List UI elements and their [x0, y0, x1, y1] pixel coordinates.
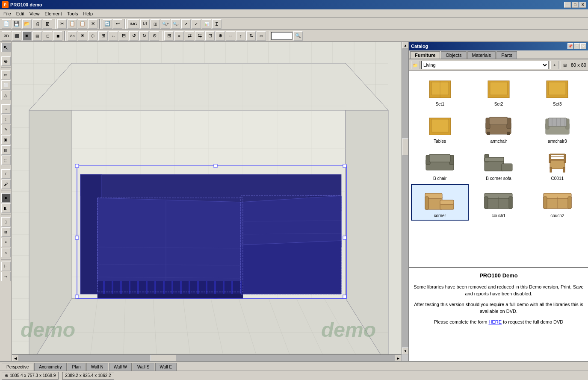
select-tool[interactable]: ↖ — [1, 43, 11, 52]
scroll-left-button[interactable]: ◀ — [12, 355, 19, 361]
cut-button[interactable]: ✂ — [57, 19, 67, 29]
paste-button[interactable]: 📋 — [78, 19, 87, 29]
info-link-here[interactable]: HERE — [488, 319, 502, 324]
ruler-tool[interactable]: ⊢ — [1, 262, 11, 271]
catalog-item-corner[interactable]: corner — [411, 184, 469, 221]
tab-wall-w[interactable]: Wall W — [109, 363, 132, 371]
sigma-button[interactable]: Σ — [212, 19, 222, 29]
scroll-thumb-v[interactable] — [402, 138, 408, 156]
tape-tool[interactable]: ⊸ — [1, 272, 11, 281]
ungroup-tool[interactable]: ▤ — [1, 145, 11, 155]
text-tool[interactable]: T — [1, 169, 11, 179]
arrange-tool[interactable]: ⬚ — [1, 156, 11, 165]
print-button[interactable]: 🖨 — [33, 19, 42, 29]
dim2-tool[interactable]: ↕ — [1, 115, 11, 124]
check-button[interactable]: ☑ — [140, 19, 150, 29]
color-tool[interactable]: ■ — [1, 193, 11, 203]
view-3d-button[interactable]: 3D — [2, 31, 11, 41]
valign-button[interactable]: ⊕ — [216, 31, 225, 41]
zoom-in-button[interactable]: 🔍+ — [161, 19, 170, 29]
minimize-button[interactable]: ─ — [564, 2, 571, 8]
stair-tool[interactable]: ≡ — [1, 238, 11, 247]
catalog-grid[interactable]: Set1 Set2 — [409, 71, 588, 267]
tab-objects[interactable]: Objects — [441, 51, 466, 59]
tab-materials[interactable]: Materials — [467, 51, 496, 59]
catalog-restore-button[interactable]: □ — [574, 43, 580, 49]
render-button[interactable]: IMG — [127, 19, 139, 29]
view-side-button[interactable]: ▤ — [33, 31, 42, 41]
link-button[interactable]: ↔ — [226, 31, 235, 41]
distribute-button[interactable]: ⇆ — [195, 31, 204, 41]
catalog-item-set2[interactable]: Set2 — [470, 73, 527, 109]
catalog-item-set1[interactable]: Set1 — [411, 73, 469, 109]
move-tool[interactable]: ⊕ — [1, 56, 11, 66]
scroll-up-button[interactable]: ▲ — [402, 42, 408, 49]
close-button[interactable]: ✕ — [579, 2, 586, 8]
scroll-thumb-h[interactable] — [151, 355, 176, 361]
tab-axonometry[interactable]: Axonometry — [34, 363, 66, 371]
catalog-item-set3[interactable]: Set3 — [529, 73, 586, 109]
view-front-button[interactable]: ▣ — [22, 31, 32, 41]
snap-button[interactable]: ↔ — [109, 31, 118, 41]
catalog-item-tables[interactable]: Tables — [411, 110, 469, 146]
catalog-pin-button[interactable]: 📌 — [567, 43, 573, 49]
menu-help[interactable]: Help — [80, 10, 95, 17]
minus-button[interactable]: ⊟ — [119, 31, 128, 41]
grid2-button[interactable]: ⊞ — [164, 31, 174, 41]
tab-wall-e[interactable]: Wall E — [155, 363, 177, 371]
catalog-category-select[interactable]: Living Bedroom Kitchen Bathroom Office — [421, 61, 549, 69]
report-button[interactable]: 📊 — [202, 19, 211, 29]
viewport[interactable]: demo demo — [12, 42, 402, 354]
catalog-item-armchair3[interactable]: armchair3 — [529, 110, 586, 146]
group-tool[interactable]: ▣ — [1, 135, 11, 144]
circle-button[interactable]: ⊙ — [150, 31, 159, 41]
catalog-item-c0011[interactable]: C0011 — [529, 147, 586, 183]
text-button[interactable]: Aa — [68, 31, 77, 41]
menu-edit[interactable]: Edit — [14, 10, 27, 17]
scroll-right-button[interactable]: ▶ — [395, 355, 402, 361]
canvas-scrollbar-horizontal[interactable]: ◀ ▶ — [12, 354, 402, 361]
window-tool[interactable]: ⊟ — [1, 227, 11, 237]
maximize-button[interactable]: □ — [572, 2, 579, 8]
rotate-left-button[interactable]: ↺ — [129, 31, 139, 41]
arrows-button[interactable]: ⇄ — [185, 31, 194, 41]
refresh-button[interactable]: 🔄 — [103, 19, 112, 29]
tab-furniture[interactable]: Furniture — [410, 51, 440, 59]
menu-tools[interactable]: Tools — [65, 10, 81, 17]
undo-button[interactable]: ↩ — [113, 19, 122, 29]
preview-button[interactable]: 🖹 — [43, 19, 52, 29]
tab-perspective[interactable]: Perspective — [2, 363, 33, 371]
up-button[interactable]: ↑ — [236, 31, 245, 41]
align-button[interactable]: ⊡ — [205, 31, 215, 41]
light-button[interactable]: ☀ — [78, 31, 87, 41]
tab-plan[interactable]: Plan — [68, 363, 86, 371]
export-button[interactable]: ↗ — [181, 19, 191, 29]
tab-wall-s[interactable]: Wall S — [133, 363, 154, 371]
roof-tool[interactable]: △ — [1, 91, 11, 100]
arch-tool[interactable]: ∩ — [1, 248, 11, 257]
measure-button[interactable]: ◫ — [151, 19, 160, 29]
catalog-item-couch1[interactable]: couch1 — [470, 184, 527, 221]
floor-tool[interactable]: ⬜ — [1, 80, 11, 90]
floor-button[interactable]: ▭ — [257, 31, 266, 41]
catalog-add-button[interactable]: + — [550, 61, 559, 69]
arrows2-button[interactable]: ⇅ — [246, 31, 256, 41]
copy-button[interactable]: 📋 — [68, 19, 77, 29]
import-button[interactable]: ↙ — [192, 19, 201, 29]
zoom-out-button[interactable]: 🔍- — [171, 19, 180, 29]
tab-wall-n[interactable]: Wall N — [86, 363, 108, 371]
catalog-item-armchair[interactable]: armchair — [470, 110, 527, 146]
paint-tool[interactable]: 🖌 — [1, 180, 11, 189]
grid-button[interactable]: ⊞ — [98, 31, 108, 41]
view-persp-button[interactable]: ◻ — [43, 31, 52, 41]
catalog-item-bchair[interactable]: B chair — [411, 147, 469, 183]
menu-view[interactable]: View — [27, 10, 42, 17]
menu-element[interactable]: Element — [42, 10, 64, 17]
new-button[interactable]: 📄 — [2, 19, 11, 29]
zoom-apply-button[interactable]: 🔍 — [293, 31, 303, 41]
scroll-down-button[interactable]: ▼ — [402, 348, 408, 354]
dimension-tool[interactable]: ↔ — [1, 104, 11, 114]
rotate-right-button[interactable]: ↻ — [139, 31, 149, 41]
tab-parts[interactable]: Parts — [496, 51, 517, 59]
door-tool[interactable]: ⌷ — [1, 217, 11, 227]
